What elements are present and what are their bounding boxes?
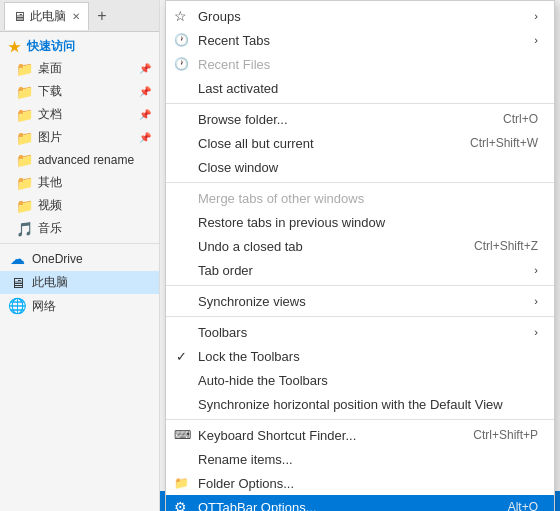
- groups-icon: ☆: [174, 8, 187, 24]
- menu-item-close-window[interactable]: Close window: [166, 155, 554, 179]
- submenu-arrow-icon: ›: [534, 295, 538, 307]
- tab-close-icon[interactable]: ✕: [72, 11, 80, 22]
- menu-item-recent-tabs[interactable]: 🕐 Recent Tabs ›: [166, 28, 554, 52]
- menu-item-label: Browse folder...: [198, 112, 288, 127]
- menu-item-folder-options[interactable]: 📁 Folder Options...: [166, 471, 554, 495]
- item-label: 此电脑: [32, 274, 68, 291]
- menu-item-autohide-toolbars[interactable]: Auto-hide the Toolbars: [166, 368, 554, 392]
- sidebar-item-desktop[interactable]: 📁 桌面 📌: [0, 57, 159, 80]
- submenu-arrow-icon: ›: [534, 34, 538, 46]
- folder-icon: 📁: [16, 175, 32, 191]
- sidebar-item-pictures[interactable]: 📁 图片 📌: [0, 126, 159, 149]
- sidebar-item-video[interactable]: 📁 视频: [0, 194, 159, 217]
- keyboard-icon: ⌨: [174, 428, 191, 442]
- menu-item-label: QTTabBar Options...: [198, 500, 317, 512]
- sidebar-tab-this-pc[interactable]: 🖥 此电脑 ✕: [4, 2, 89, 30]
- menu-item-restore-tabs[interactable]: Restore tabs in previous window: [166, 210, 554, 234]
- folder-options-icon: 📁: [174, 476, 189, 490]
- context-menu-overlay: ☆ Groups › 🕐 Recent Tabs › 🕐 Recent File…: [160, 0, 560, 511]
- menu-item-toolbars[interactable]: Toolbars ›: [166, 320, 554, 344]
- pc-tab-icon: 🖥: [13, 9, 26, 24]
- menu-item-qttabbar-options[interactable]: ⚙ QTTabBar Options... Alt+O: [166, 495, 554, 511]
- sidebar-item-this-pc[interactable]: 🖥 此电脑: [0, 271, 159, 294]
- star-icon: ★: [8, 39, 21, 55]
- menu-item-rename-items[interactable]: Rename items...: [166, 447, 554, 471]
- menu-separator-3: [166, 285, 554, 286]
- pin-icon: 📌: [139, 63, 151, 74]
- item-label: 下载: [38, 83, 62, 100]
- menu-item-recent-files: 🕐 Recent Files: [166, 52, 554, 76]
- sidebar-item-onedrive[interactable]: ☁ OneDrive: [0, 247, 159, 271]
- recent-files-icon: 🕐: [174, 57, 189, 71]
- network-icon: 🌐: [8, 297, 26, 315]
- menu-item-sync-horizontal[interactable]: Synchronize horizontal position with the…: [166, 392, 554, 416]
- sidebar-item-documents[interactable]: 📁 文档 📌: [0, 103, 159, 126]
- menu-item-label: Recent Tabs: [198, 33, 270, 48]
- menu-item-label: Groups: [198, 9, 241, 24]
- pin-icon: 📌: [139, 132, 151, 143]
- menu-item-label: Synchronize views: [198, 294, 306, 309]
- context-menu: ☆ Groups › 🕐 Recent Tabs › 🕐 Recent File…: [165, 0, 555, 511]
- item-label: 文档: [38, 106, 62, 123]
- menu-item-label: Recent Files: [198, 57, 270, 72]
- menu-item-label: Merge tabs of other windows: [198, 191, 364, 206]
- pin-icon: 📌: [139, 109, 151, 120]
- quick-access-label: 快速访问: [27, 38, 75, 55]
- menu-item-label: Last activated: [198, 81, 278, 96]
- sidebar-item-music[interactable]: 🎵 音乐: [0, 217, 159, 240]
- folder-icon: 📁: [16, 130, 32, 146]
- new-tab-button[interactable]: +: [91, 5, 113, 27]
- menu-item-close-all[interactable]: Close all but current Ctrl+Shift+W: [166, 131, 554, 155]
- shortcut-label: Ctrl+Shift+P: [473, 428, 538, 442]
- pin-icon: 📌: [139, 86, 151, 97]
- menu-item-label: Folder Options...: [198, 476, 294, 491]
- submenu-arrow-icon: ›: [534, 10, 538, 22]
- folder-icon: 📁: [16, 84, 32, 100]
- menu-item-lock-toolbars[interactable]: ✓ Lock the Toolbars: [166, 344, 554, 368]
- menu-item-label: Close window: [198, 160, 278, 175]
- tab-label: 此电脑: [30, 8, 66, 25]
- gear-icon: ⚙: [174, 499, 187, 511]
- menu-item-label: Toolbars: [198, 325, 247, 340]
- menu-separator-4: [166, 316, 554, 317]
- menu-item-label: Lock the Toolbars: [198, 349, 300, 364]
- sidebar-item-network[interactable]: 🌐 网络: [0, 294, 159, 318]
- menu-item-label: Auto-hide the Toolbars: [198, 373, 328, 388]
- folder-icon: 📁: [16, 107, 32, 123]
- quick-access-section: ★ 快速访问: [0, 32, 159, 57]
- menu-item-groups[interactable]: ☆ Groups ›: [166, 4, 554, 28]
- shortcut-label: Ctrl+Shift+Z: [474, 239, 538, 253]
- menu-separator-5: [166, 419, 554, 420]
- sidebar-item-other[interactable]: 📁 其他: [0, 171, 159, 194]
- menu-separator-1: [166, 103, 554, 104]
- submenu-arrow-icon: ›: [534, 264, 538, 276]
- sidebar-item-downloads[interactable]: 📁 下载 📌: [0, 80, 159, 103]
- menu-item-sync-views[interactable]: Synchronize views ›: [166, 289, 554, 313]
- item-label: 音乐: [38, 220, 62, 237]
- checkmark-icon: ✓: [176, 349, 187, 364]
- item-label: 视频: [38, 197, 62, 214]
- menu-item-label: Restore tabs in previous window: [198, 215, 385, 230]
- menu-item-label: Undo a closed tab: [198, 239, 303, 254]
- menu-item-last-activated[interactable]: Last activated: [166, 76, 554, 100]
- folder-icon: 📁: [16, 152, 32, 168]
- item-label: OneDrive: [32, 252, 83, 266]
- menu-separator-2: [166, 182, 554, 183]
- sidebar: 🖥 此电脑 ✕ + ★ 快速访问 📁 桌面 📌 📁 下载 📌 📁 文档 📌 📁 …: [0, 0, 160, 511]
- menu-item-label: Tab order: [198, 263, 253, 278]
- menu-item-tab-order[interactable]: Tab order ›: [166, 258, 554, 282]
- menu-item-undo-closed[interactable]: Undo a closed tab Ctrl+Shift+Z: [166, 234, 554, 258]
- menu-item-label: Close all but current: [198, 136, 314, 151]
- cloud-icon: ☁: [8, 250, 26, 268]
- menu-item-label: Keyboard Shortcut Finder...: [198, 428, 356, 443]
- item-label: 桌面: [38, 60, 62, 77]
- item-label: 网络: [32, 298, 56, 315]
- menu-item-browse-folder[interactable]: Browse folder... Ctrl+O: [166, 107, 554, 131]
- item-label: advanced rename: [38, 153, 134, 167]
- item-label: 其他: [38, 174, 62, 191]
- sidebar-item-advanced-rename[interactable]: 📁 advanced rename: [0, 149, 159, 171]
- menu-item-merge-tabs: Merge tabs of other windows: [166, 186, 554, 210]
- music-icon: 🎵: [16, 221, 32, 237]
- menu-item-keyboard-finder[interactable]: ⌨ Keyboard Shortcut Finder... Ctrl+Shift…: [166, 423, 554, 447]
- shortcut-label: Ctrl+O: [503, 112, 538, 126]
